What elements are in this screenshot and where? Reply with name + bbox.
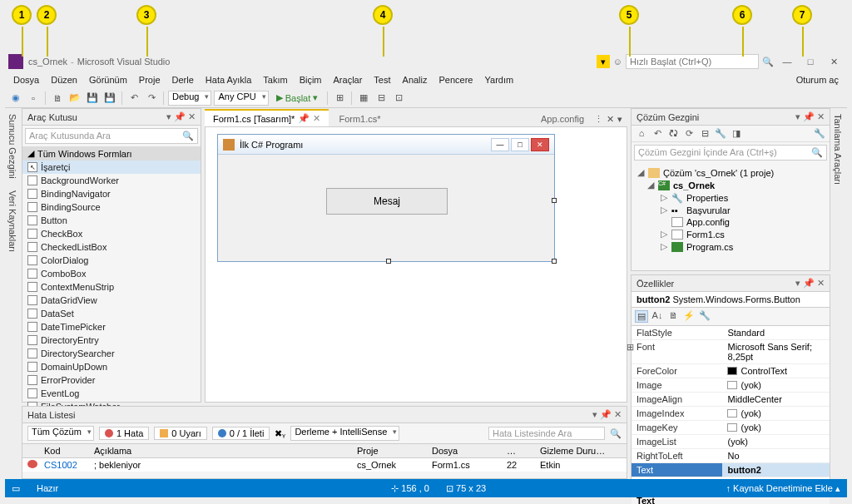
open-icon[interactable]: 📂 [67, 91, 82, 106]
source-control-link[interactable]: ↑ Kaynak Denetimine Ekle ▴ [726, 483, 840, 494]
prop-icon[interactable]: 🗎 [666, 310, 680, 323]
property-value[interactable]: (yok) [722, 435, 830, 448]
toolbox-item[interactable]: DataSet [22, 307, 201, 320]
pin-icon[interactable]: 📌 [803, 278, 815, 289]
platform-combo[interactable]: Any CPU [214, 91, 268, 106]
toolbox-item[interactable]: DirectorySearcher [22, 347, 201, 360]
toolbox-item[interactable]: ComboBox [22, 267, 201, 280]
property-row[interactable]: ImageKey(yok) [632, 421, 830, 435]
toolbox-item[interactable]: DomainUpDown [22, 360, 201, 373]
filter-icon[interactable]: ✖ᵧ [275, 428, 285, 439]
feedback-icon[interactable]: ☺ [613, 57, 622, 67]
menu-edit[interactable]: Düzen [46, 73, 82, 86]
pin-icon[interactable]: 📌 [298, 113, 310, 124]
error-search[interactable]: Hata Listesinde Ara [488, 427, 605, 440]
back-icon[interactable]: ↶ [651, 128, 664, 139]
close-button[interactable]: ✕ [824, 57, 844, 67]
toolbox-item[interactable]: Button [22, 214, 201, 227]
pin-icon[interactable]: ▾ [166, 111, 171, 122]
mesaj-button[interactable]: Mesaj [326, 188, 448, 215]
dropdown-icon[interactable]: ▾ [592, 409, 597, 420]
show-all-icon[interactable]: ◨ [730, 128, 743, 139]
categorized-icon[interactable]: ▤ [635, 310, 648, 323]
notifications-icon[interactable]: ▾ [597, 55, 610, 68]
toolbox-item[interactable]: ColorDialog [22, 254, 201, 267]
toolbox-item[interactable]: EventLog [22, 387, 201, 400]
minimize-button[interactable]: — [777, 57, 797, 67]
expand-icon[interactable]: ▷ [660, 229, 668, 240]
toolbox-item[interactable]: ContextMenuStrip [22, 280, 201, 294]
tree-solution[interactable]: ◢Çözüm 'cs_Ornek' (1 proje) [635, 166, 826, 179]
tab-form-code[interactable]: Form1.cs* [330, 110, 389, 126]
redo-icon[interactable]: ↷ [144, 91, 159, 106]
col-line[interactable]: … [502, 444, 535, 457]
source-combo[interactable]: Derleme + IntelliSense [290, 426, 399, 441]
toolbox-item[interactable]: DataGridView [22, 294, 201, 307]
diagnostics-tab[interactable]: Tanılama Araçları [830, 108, 845, 190]
tree-project[interactable]: ◢C#cs_Ornek [635, 179, 826, 191]
close-icon[interactable]: ✕ [607, 114, 614, 125]
start-button[interactable]: ▶ Başlat ▾ [271, 92, 324, 103]
error-code[interactable]: CS1002 [39, 458, 89, 472]
tab-appconfig[interactable]: App.config [534, 111, 591, 126]
dropdown-icon[interactable]: ▾ [795, 278, 800, 289]
save-icon[interactable]: 💾 [85, 91, 100, 106]
menu-test[interactable]: Test [369, 73, 395, 86]
close-icon[interactable]: ✕ [313, 113, 320, 124]
nav-fwd-icon[interactable]: ▫ [26, 91, 41, 106]
expand-icon[interactable]: ▷ [660, 205, 668, 215]
menu-project[interactable]: Proje [134, 73, 166, 86]
menu-analyze[interactable]: Analiz [398, 73, 433, 86]
new-project-icon[interactable]: 🗎 [50, 91, 65, 106]
property-value[interactable]: MiddleCenter [722, 393, 830, 406]
tree-node[interactable]: ▷▪▪Başvurular [635, 204, 826, 216]
tree-node[interactable]: App.config [635, 216, 826, 228]
pin-icon[interactable]: 📌 [600, 409, 612, 420]
pin-icon[interactable]: 📌 [174, 111, 186, 122]
pin-icon[interactable]: 📌 [803, 111, 815, 122]
property-value[interactable]: ControlText [722, 364, 830, 378]
property-row[interactable]: ImageAlignMiddleCenter [632, 393, 830, 407]
refresh-icon[interactable]: ⟳ [682, 128, 696, 139]
wrench-icon[interactable]: 🔧 [813, 128, 826, 139]
home-icon[interactable]: ⌂ [635, 128, 648, 139]
toolbox-item[interactable]: BackgroundWorker [22, 174, 201, 187]
toolbox-item[interactable]: CheckBox [22, 227, 201, 240]
property-row[interactable]: ⊞FontMicrosoft Sans Serif; 8,25pt [632, 340, 830, 364]
layout-icon[interactable]: ⊞ [332, 91, 347, 106]
save-all-icon[interactable]: 💾 [102, 91, 117, 106]
property-row[interactable]: ForeColorControlText [632, 364, 830, 378]
col-desc[interactable]: Açıklama [89, 444, 352, 457]
menu-format[interactable]: Biçim [295, 73, 327, 86]
align-icon[interactable]: ⊟ [374, 91, 389, 106]
menu-team[interactable]: Takım [258, 73, 292, 86]
property-row[interactable]: RightToLeftNo [632, 449, 830, 463]
collapse-icon[interactable]: ⊟ [698, 128, 711, 139]
resize-handle[interactable] [552, 259, 557, 264]
messages-filter[interactable]: 0 / 1 İleti [212, 427, 270, 440]
menu-view[interactable]: Görünüm [84, 73, 132, 86]
resize-handle[interactable] [552, 198, 557, 203]
undo-icon[interactable]: ↶ [126, 91, 141, 106]
toolbox-search[interactable]: Araç Kutusunda Ara🔍 [25, 128, 198, 144]
property-row[interactable]: ImageList(yok) [632, 435, 830, 449]
property-value[interactable]: button2 [722, 463, 830, 477]
tree-node[interactable]: ▷Form1.cs [635, 228, 826, 240]
toolbox-item[interactable]: DirectoryEntry [22, 334, 201, 347]
prop-icon[interactable]: 🔧 [698, 310, 711, 323]
tab-overflow-icon[interactable]: ⋮ [594, 114, 603, 125]
events-icon[interactable]: ⚡ [682, 310, 696, 323]
errors-filter[interactable]: 1 Hata [99, 427, 149, 440]
menu-debug[interactable]: Hata Ayıkla [201, 73, 256, 86]
toolbox-item[interactable]: ErrorProvider [22, 373, 201, 387]
quick-launch-input[interactable] [626, 54, 759, 69]
close-icon[interactable]: ✕ [614, 409, 622, 420]
data-sources-tab[interactable]: Veri Kaynakları [5, 185, 20, 258]
toolbox-group[interactable]: ◢ Tüm Windows Formları [22, 146, 201, 161]
close-icon[interactable]: ✕ [188, 111, 196, 122]
expand-icon[interactable]: ▷ [660, 241, 668, 252]
server-explorer-tab[interactable]: Sunucu Gezgini [5, 108, 20, 185]
close-icon[interactable]: ✕ [817, 111, 825, 122]
toolbox-item[interactable]: CheckedListBox [22, 240, 201, 254]
warnings-filter[interactable]: 0 Uyarı [154, 427, 206, 440]
